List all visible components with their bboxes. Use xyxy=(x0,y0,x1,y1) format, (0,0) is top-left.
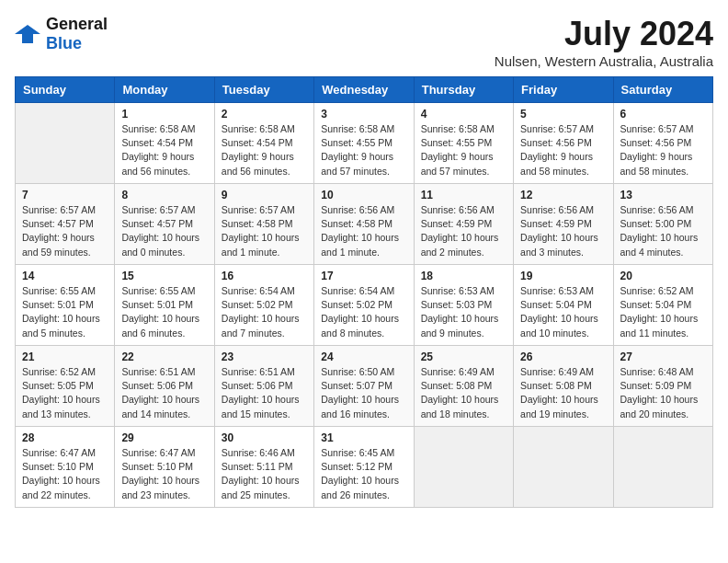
day-number: 3 xyxy=(321,108,406,121)
calendar-cell: 29Sunrise: 6:47 AMSunset: 5:10 PMDayligh… xyxy=(115,427,214,508)
day-info: Sunrise: 6:56 AMSunset: 4:59 PMDaylight:… xyxy=(520,203,606,259)
day-info: Sunrise: 6:57 AMSunset: 4:56 PMDaylight:… xyxy=(520,122,606,178)
day-number: 7 xyxy=(22,189,108,201)
day-number: 30 xyxy=(222,431,307,444)
day-number: 12 xyxy=(520,189,606,201)
day-info: Sunrise: 6:54 AMSunset: 5:02 PMDaylight:… xyxy=(222,284,307,340)
calendar-cell: 18Sunrise: 6:53 AMSunset: 5:03 PMDayligh… xyxy=(414,265,513,346)
day-number: 29 xyxy=(121,431,207,444)
day-number: 24 xyxy=(321,350,406,363)
day-info: Sunrise: 6:55 AMSunset: 5:01 PMDaylight:… xyxy=(22,284,108,340)
calendar-header-friday: Friday xyxy=(514,77,613,103)
logo-text-blue: Blue xyxy=(46,34,82,52)
day-number: 10 xyxy=(321,189,406,201)
calendar-cell: 4Sunrise: 6:58 AMSunset: 4:55 PMDaylight… xyxy=(414,103,513,184)
calendar-cell: 27Sunrise: 6:48 AMSunset: 5:09 PMDayligh… xyxy=(613,346,712,427)
day-number: 31 xyxy=(321,431,406,444)
day-info: Sunrise: 6:58 AMSunset: 4:55 PMDaylight:… xyxy=(321,122,406,178)
calendar-week-row-1: 1Sunrise: 6:58 AMSunset: 4:54 PMDaylight… xyxy=(16,103,713,184)
day-info: Sunrise: 6:57 AMSunset: 4:56 PMDaylight:… xyxy=(620,122,706,178)
calendar-cell: 30Sunrise: 6:46 AMSunset: 5:11 PMDayligh… xyxy=(214,427,313,508)
day-info: Sunrise: 6:56 AMSunset: 4:59 PMDaylight:… xyxy=(421,203,506,259)
calendar-week-row-5: 28Sunrise: 6:47 AMSunset: 5:10 PMDayligh… xyxy=(16,427,713,508)
calendar-cell xyxy=(514,427,613,508)
calendar-table: SundayMondayTuesdayWednesdayThursdayFrid… xyxy=(15,76,713,508)
day-number: 2 xyxy=(222,108,307,121)
day-number: 4 xyxy=(421,108,506,121)
calendar-cell: 26Sunrise: 6:49 AMSunset: 5:08 PMDayligh… xyxy=(514,346,613,427)
day-number: 26 xyxy=(520,350,606,363)
calendar-cell: 21Sunrise: 6:52 AMSunset: 5:05 PMDayligh… xyxy=(16,346,115,427)
day-info: Sunrise: 6:55 AMSunset: 5:01 PMDaylight:… xyxy=(121,284,207,340)
day-info: Sunrise: 6:51 AMSunset: 5:06 PMDaylight:… xyxy=(121,365,207,421)
day-number: 21 xyxy=(22,350,108,363)
page-header: General Blue July 2024 Nulsen, Western A… xyxy=(15,15,713,69)
day-info: Sunrise: 6:46 AMSunset: 5:11 PMDaylight:… xyxy=(222,446,307,502)
calendar-header-sunday: Sunday xyxy=(16,77,115,103)
day-info: Sunrise: 6:57 AMSunset: 4:57 PMDaylight:… xyxy=(22,203,108,259)
calendar-week-row-2: 7Sunrise: 6:57 AMSunset: 4:57 PMDaylight… xyxy=(16,184,713,265)
day-info: Sunrise: 6:58 AMSunset: 4:55 PMDaylight:… xyxy=(421,122,506,178)
day-number: 25 xyxy=(421,350,506,363)
day-number: 11 xyxy=(421,189,506,201)
calendar-header-tuesday: Tuesday xyxy=(214,77,313,103)
calendar-cell: 7Sunrise: 6:57 AMSunset: 4:57 PMDaylight… xyxy=(16,184,115,265)
day-info: Sunrise: 6:51 AMSunset: 5:06 PMDaylight:… xyxy=(222,365,307,421)
day-number: 5 xyxy=(520,108,606,121)
calendar-cell: 20Sunrise: 6:52 AMSunset: 5:04 PMDayligh… xyxy=(613,265,712,346)
logo-icon xyxy=(15,25,40,43)
day-info: Sunrise: 6:58 AMSunset: 4:54 PMDaylight:… xyxy=(121,122,207,178)
calendar-header-wednesday: Wednesday xyxy=(314,77,414,103)
calendar-header-saturday: Saturday xyxy=(613,77,712,103)
calendar-header-row: SundayMondayTuesdayWednesdayThursdayFrid… xyxy=(16,77,713,103)
calendar-header-thursday: Thursday xyxy=(414,77,513,103)
day-number: 23 xyxy=(222,350,307,363)
svg-marker-0 xyxy=(15,25,40,43)
calendar-cell: 17Sunrise: 6:54 AMSunset: 5:02 PMDayligh… xyxy=(314,265,414,346)
calendar-cell: 9Sunrise: 6:57 AMSunset: 4:58 PMDaylight… xyxy=(214,184,313,265)
day-number: 14 xyxy=(22,270,108,282)
logo-text-general: General xyxy=(46,15,108,33)
day-number: 20 xyxy=(620,270,706,282)
calendar-cell: 2Sunrise: 6:58 AMSunset: 4:54 PMDaylight… xyxy=(214,103,313,184)
day-number: 9 xyxy=(222,189,307,201)
calendar-cell: 19Sunrise: 6:53 AMSunset: 5:04 PMDayligh… xyxy=(514,265,613,346)
day-number: 15 xyxy=(121,270,207,282)
calendar-cell: 5Sunrise: 6:57 AMSunset: 4:56 PMDaylight… xyxy=(514,103,613,184)
title-area: July 2024 Nulsen, Western Australia, Aus… xyxy=(495,15,713,69)
day-number: 28 xyxy=(22,431,108,444)
day-number: 6 xyxy=(620,108,706,121)
calendar-cell: 12Sunrise: 6:56 AMSunset: 4:59 PMDayligh… xyxy=(514,184,613,265)
day-info: Sunrise: 6:52 AMSunset: 5:05 PMDaylight:… xyxy=(22,365,108,421)
calendar-week-row-3: 14Sunrise: 6:55 AMSunset: 5:01 PMDayligh… xyxy=(16,265,713,346)
calendar-cell: 28Sunrise: 6:47 AMSunset: 5:10 PMDayligh… xyxy=(16,427,115,508)
calendar-cell xyxy=(16,103,115,184)
day-number: 18 xyxy=(421,270,506,282)
calendar-cell: 14Sunrise: 6:55 AMSunset: 5:01 PMDayligh… xyxy=(16,265,115,346)
calendar-cell: 23Sunrise: 6:51 AMSunset: 5:06 PMDayligh… xyxy=(214,346,313,427)
calendar-cell xyxy=(613,427,712,508)
day-info: Sunrise: 6:54 AMSunset: 5:02 PMDaylight:… xyxy=(321,284,406,340)
day-number: 13 xyxy=(620,189,706,201)
day-info: Sunrise: 6:56 AMSunset: 4:58 PMDaylight:… xyxy=(321,203,406,259)
day-info: Sunrise: 6:56 AMSunset: 5:00 PMDaylight:… xyxy=(620,203,706,259)
day-info: Sunrise: 6:49 AMSunset: 5:08 PMDaylight:… xyxy=(520,365,606,421)
calendar-cell: 24Sunrise: 6:50 AMSunset: 5:07 PMDayligh… xyxy=(314,346,414,427)
day-info: Sunrise: 6:47 AMSunset: 5:10 PMDaylight:… xyxy=(22,446,108,502)
calendar-cell: 15Sunrise: 6:55 AMSunset: 5:01 PMDayligh… xyxy=(115,265,214,346)
day-number: 1 xyxy=(121,108,207,121)
day-info: Sunrise: 6:57 AMSunset: 4:57 PMDaylight:… xyxy=(121,203,207,259)
day-number: 22 xyxy=(121,350,207,363)
main-title: July 2024 xyxy=(495,15,713,53)
day-info: Sunrise: 6:53 AMSunset: 5:03 PMDaylight:… xyxy=(421,284,506,340)
calendar-cell: 3Sunrise: 6:58 AMSunset: 4:55 PMDaylight… xyxy=(314,103,414,184)
day-info: Sunrise: 6:45 AMSunset: 5:12 PMDaylight:… xyxy=(321,446,406,502)
day-info: Sunrise: 6:48 AMSunset: 5:09 PMDaylight:… xyxy=(620,365,706,421)
day-info: Sunrise: 6:53 AMSunset: 5:04 PMDaylight:… xyxy=(520,284,606,340)
day-info: Sunrise: 6:57 AMSunset: 4:58 PMDaylight:… xyxy=(222,203,307,259)
calendar-cell: 25Sunrise: 6:49 AMSunset: 5:08 PMDayligh… xyxy=(414,346,513,427)
logo: General Blue xyxy=(15,15,108,53)
day-number: 19 xyxy=(520,270,606,282)
calendar-header-monday: Monday xyxy=(115,77,214,103)
calendar-cell: 10Sunrise: 6:56 AMSunset: 4:58 PMDayligh… xyxy=(314,184,414,265)
